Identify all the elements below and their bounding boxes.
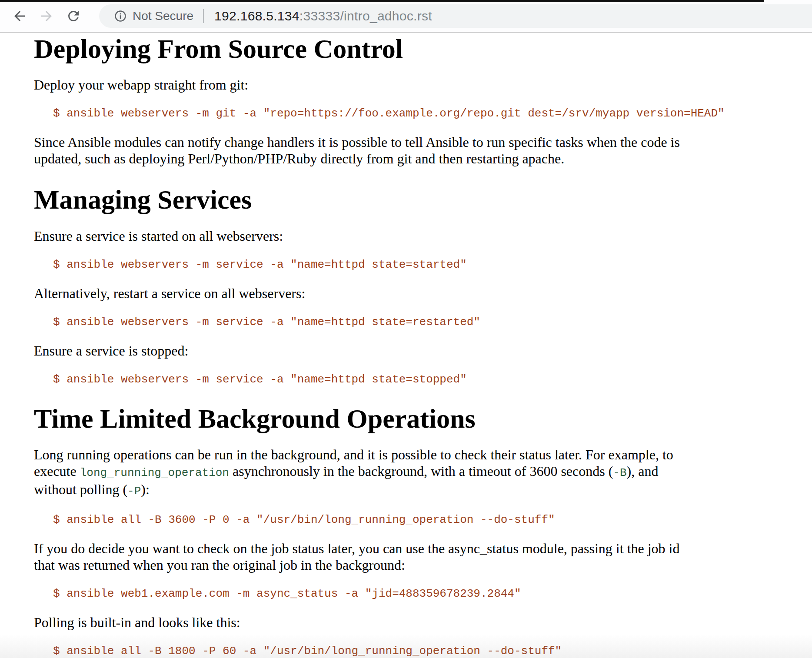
section-heading-time-limited-background-operations: Time Limited Background Operations [34,403,692,434]
url-text: 192.168.5.134:33333/intro_adhoc.rst [214,9,432,23]
code-block: $ ansible all -B 3600 -P 0 -a "/usr/bin/… [53,513,692,526]
text-run: If you do decide you want to check on th… [34,541,680,573]
arrow-right-icon [39,8,54,24]
paragraph: Since Ansible modules can notify change … [34,134,692,167]
paragraph: Deploy your webapp straight from git: [34,76,692,93]
text-run: Since Ansible modules can notify change … [34,134,680,166]
text-run: Deploy your webapp straight from git: [34,77,248,93]
paragraph: Alternatively, restart a service on all … [34,285,692,302]
window-top-edge [0,0,764,2]
arrow-left-icon [12,8,27,24]
refresh-icon [66,8,81,24]
paragraph: Polling is built-in and looks like this: [34,614,692,631]
paragraph: Ensure a service is started on all webse… [34,228,692,244]
url-host: 192.168.5.134 [214,9,300,23]
address-divider [203,9,204,23]
code-block: $ ansible webservers -m service -a "name… [53,258,692,271]
code-block: $ ansible webservers -m service -a "name… [53,316,692,329]
security-label[interactable]: Not Secure [133,9,193,23]
address-bar[interactable]: Not Secure 192.168.5.134:33333/intro_adh… [99,4,812,28]
paragraph: Ensure a service is stopped: [34,342,692,359]
paragraph: Long running operations can be run in th… [34,446,692,499]
code-block: $ ansible webservers -m git -a "repo=htt… [53,107,692,120]
inline-code: -B [613,466,626,479]
browser-toolbar: Not Secure 192.168.5.134:33333/intro_adh… [0,0,812,33]
text-run: Alternatively, restart a service on all … [34,286,305,301]
page-content: Deploying From Source Control Deploy you… [0,33,692,658]
code-block: $ ansible webservers -m service -a "name… [53,373,692,386]
forward-button[interactable] [38,8,55,24]
inline-code: -P [127,485,141,498]
text-run: ): [141,482,150,497]
back-button[interactable] [11,8,28,24]
reload-button[interactable] [65,8,82,24]
text-run: Polling is built-in and looks like this: [34,615,240,630]
section-heading-deploying-from-source-control: Deploying From Source Control [34,33,692,64]
url-path: :33333/intro_adhoc.rst [300,9,432,23]
inline-code: long_running_operation [80,466,229,479]
section-heading-managing-services: Managing Services [34,184,692,215]
text-run: Ensure a service is started on all webse… [34,228,283,244]
text-run: Ensure a service is stopped: [34,343,188,359]
text-run: asynchronously in the background, with a… [229,463,613,479]
code-block: $ ansible web1.example.com -m async_stat… [53,587,692,600]
code-block: $ ansible all -B 1800 -P 60 -a "/usr/bin… [53,645,692,658]
paragraph: If you do decide you want to check on th… [34,540,692,573]
info-circle-icon[interactable] [114,10,127,23]
